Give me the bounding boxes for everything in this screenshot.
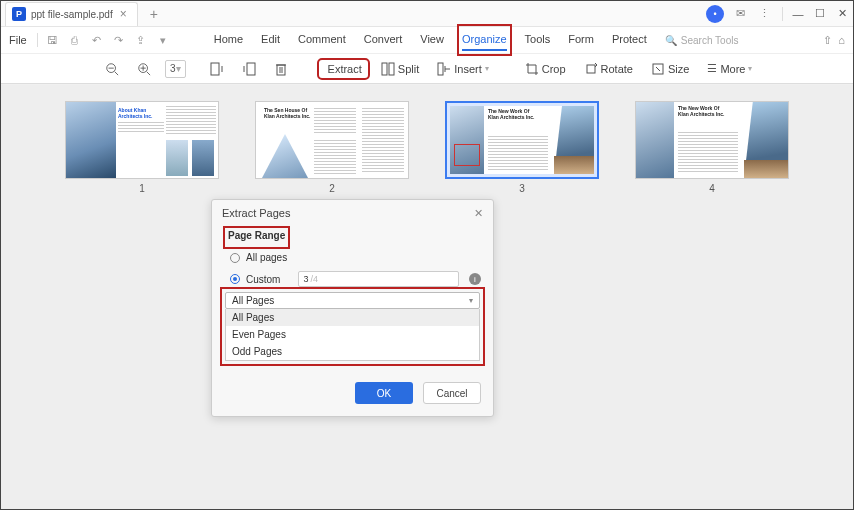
file-menu[interactable]: File — [9, 34, 27, 46]
page-range-input[interactable]: 3 /4 — [298, 271, 459, 287]
tab-filename: ppt file-sample.pdf — [31, 9, 113, 20]
svg-line-1 — [115, 71, 119, 75]
divider — [782, 7, 783, 21]
dialog-title: Extract Pages — [222, 207, 290, 220]
option-all-pages[interactable]: All Pages — [226, 309, 479, 326]
thumb-title: The New Work Of Klan Architects Inc. — [488, 109, 536, 120]
divider — [37, 33, 38, 47]
kebab-menu-icon[interactable]: ⋮ — [754, 4, 774, 24]
message-icon[interactable]: ✉ — [730, 4, 750, 24]
svg-line-4 — [147, 71, 151, 75]
thumb-title: About Khan Architects Inc. — [118, 108, 166, 119]
extract-button[interactable]: Extract — [320, 61, 367, 77]
page-range-label: Page Range — [228, 227, 285, 245]
organize-toolbar: 3▾ Extract Split Insert▾ Crop Rotate Siz… — [1, 54, 853, 84]
tab-home[interactable]: Home — [214, 29, 243, 51]
tab-form[interactable]: Form — [568, 29, 594, 51]
redo-icon[interactable]: ↷ — [110, 31, 128, 49]
option-odd-pages[interactable]: Odd Pages — [226, 343, 479, 360]
radio-icon — [230, 253, 240, 263]
ok-button[interactable]: OK — [355, 382, 413, 404]
size-button[interactable]: Size — [647, 59, 693, 79]
thumb-number: 3 — [445, 183, 599, 194]
undo-icon[interactable]: ↶ — [88, 31, 106, 49]
all-pages-label: All pages — [246, 252, 287, 263]
range-value: 3 — [303, 274, 308, 284]
chevron-down-icon: ▾ — [469, 296, 473, 305]
page-right-icon[interactable] — [238, 59, 260, 79]
svg-rect-8 — [247, 63, 255, 75]
custom-label: Custom — [246, 274, 280, 285]
combo-value: All Pages — [232, 295, 274, 306]
chevron-down-icon[interactable]: ▾ — [154, 31, 172, 49]
tab-edit[interactable]: Edit — [261, 29, 280, 51]
svg-rect-7 — [211, 63, 219, 75]
info-icon[interactable]: i — [469, 273, 481, 285]
radio-icon — [230, 274, 240, 284]
thumb-number: 4 — [635, 183, 789, 194]
right-icons: ⇧ ⌂ — [823, 34, 845, 47]
page-number-input[interactable]: 3▾ — [165, 60, 186, 78]
zoom-in-button[interactable] — [133, 59, 155, 79]
page-filter-dropdown: All Pages Even Pages Odd Pages — [225, 309, 480, 361]
page-filter-combo[interactable]: All Pages ▾ — [225, 292, 480, 309]
search-icon: 🔍 — [665, 35, 677, 46]
search-tools[interactable]: 🔍 Search Tools — [665, 35, 739, 46]
svg-rect-9 — [277, 65, 285, 75]
range-total: /4 — [310, 274, 318, 284]
page-thumb-3[interactable]: The New Work Of Klan Architects Inc. 3 — [445, 101, 599, 194]
thumb-title: The Sen House Of Klan Architects Inc. — [264, 108, 312, 119]
cancel-button[interactable]: Cancel — [423, 382, 481, 404]
search-placeholder: Search Tools — [681, 35, 739, 46]
delete-page-icon[interactable] — [270, 59, 292, 79]
pdf-file-icon: P — [12, 7, 26, 21]
crop-button[interactable]: Crop — [521, 59, 570, 79]
tab-protect[interactable]: Protect — [612, 29, 647, 51]
main-tabs: Home Edit Comment Convert View Organize … — [214, 29, 647, 51]
tab-view[interactable]: View — [420, 29, 444, 51]
upload-icon[interactable]: ⇧ — [823, 34, 832, 47]
insert-button[interactable]: Insert▾ — [433, 59, 493, 79]
extract-label: Extract — [328, 63, 362, 75]
zoom-out-button[interactable] — [101, 59, 123, 79]
svg-rect-14 — [382, 63, 387, 75]
all-pages-radio[interactable]: All pages — [224, 248, 481, 267]
split-button[interactable]: Split — [377, 59, 423, 79]
tab-comment[interactable]: Comment — [298, 29, 346, 51]
document-tab[interactable]: P ppt file-sample.pdf × — [5, 2, 138, 26]
thumb-number: 2 — [255, 183, 409, 194]
page-thumb-1[interactable]: About Khan Architects Inc. 1 — [65, 101, 219, 194]
close-tab-icon[interactable]: × — [118, 7, 129, 21]
home-icon[interactable]: ⌂ — [838, 34, 845, 47]
custom-radio[interactable]: Custom 3 /4 i — [224, 267, 481, 291]
print-icon[interactable]: ⎙ — [66, 31, 84, 49]
close-window-button[interactable]: ✕ — [831, 3, 853, 25]
page-left-icon[interactable] — [206, 59, 228, 79]
page-thumb-2[interactable]: The Sen House Of Klan Architects Inc. 2 — [255, 101, 409, 194]
tab-tools[interactable]: Tools — [525, 29, 551, 51]
titlebar: P ppt file-sample.pdf × + • ✉ ⋮ — ☐ ✕ — [1, 1, 853, 27]
svg-rect-15 — [389, 63, 394, 75]
thumb-number: 1 — [65, 183, 219, 194]
menubar: File 🖫 ⎙ ↶ ↷ ⇪ ▾ Home Edit Comment Conve… — [1, 27, 853, 54]
more-button[interactable]: ☰More▾ — [703, 59, 756, 78]
maximize-button[interactable]: ☐ — [809, 3, 831, 25]
rotate-button[interactable]: Rotate — [580, 59, 637, 79]
tab-convert[interactable]: Convert — [364, 29, 403, 51]
share-icon[interactable]: ⇪ — [132, 31, 150, 49]
page-thumb-4[interactable]: The New Work Of Klan Architects Inc. 4 — [635, 101, 789, 194]
thumb-title: The New Work Of Klan Architects Inc. — [678, 106, 726, 117]
save-icon[interactable]: 🖫 — [44, 31, 62, 49]
user-avatar[interactable]: • — [706, 5, 724, 23]
tab-organize[interactable]: Organize — [462, 29, 507, 51]
svg-rect-17 — [587, 65, 595, 73]
svg-rect-16 — [438, 63, 443, 75]
extract-pages-dialog: Extract Pages ✕ Page Range All pages Cus… — [211, 199, 494, 417]
minimize-button[interactable]: — — [787, 3, 809, 25]
close-dialog-icon[interactable]: ✕ — [474, 207, 483, 220]
add-tab-button[interactable]: + — [144, 4, 164, 24]
option-even-pages[interactable]: Even Pages — [226, 326, 479, 343]
